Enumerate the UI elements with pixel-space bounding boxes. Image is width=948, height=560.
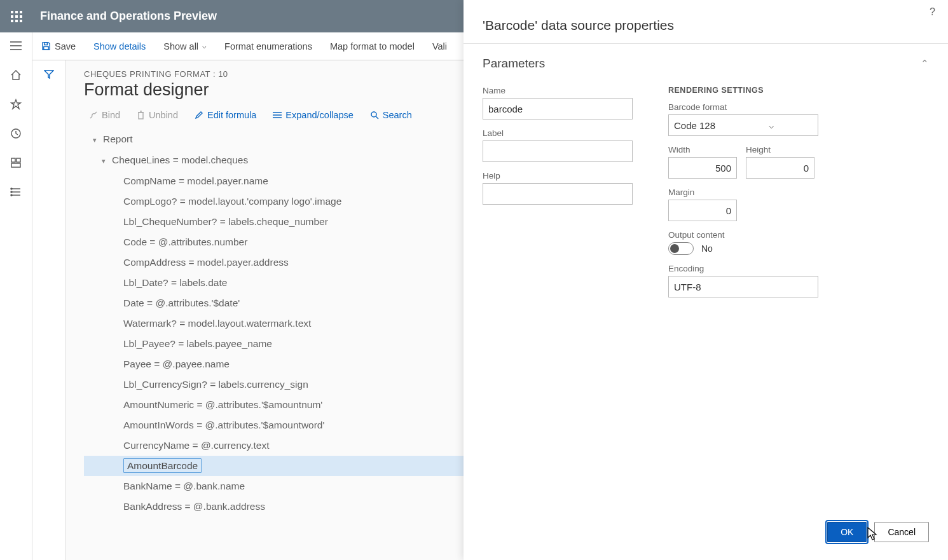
edit-formula-label: Edit formula	[207, 110, 256, 120]
svg-rect-5	[20, 15, 22, 18]
svg-rect-17	[11, 163, 20, 167]
label-label: Label	[483, 128, 633, 138]
name-label: Name	[483, 86, 633, 95]
output-content-toggle[interactable]	[668, 242, 694, 255]
svg-rect-15	[11, 158, 15, 162]
encoding-input[interactable]	[668, 276, 818, 297]
ok-button[interactable]: OK	[827, 522, 867, 542]
svg-rect-0	[11, 11, 13, 13]
label-input[interactable]	[483, 140, 633, 162]
app-launcher-icon[interactable]	[0, 0, 32, 32]
edit-formula-button[interactable]: Edit formula	[195, 110, 256, 120]
workspaces-icon[interactable]	[9, 156, 23, 170]
svg-rect-8	[20, 20, 22, 22]
chevron-down-icon: ⌵	[202, 42, 207, 50]
left-nav-rail	[0, 32, 32, 560]
panel-title: 'Barcode' data source properties	[464, 0, 948, 44]
chevron-up-icon: ⌃	[921, 58, 929, 69]
margin-input[interactable]	[668, 200, 737, 221]
modules-icon[interactable]	[9, 185, 23, 199]
svg-point-32	[371, 112, 376, 117]
save-button[interactable]: Save	[41, 41, 76, 51]
barcode-format-select[interactable]	[668, 114, 818, 136]
expand-collapse-label: Expand/collapse	[285, 110, 353, 120]
parameters-label: Parameters	[483, 57, 545, 71]
svg-point-21	[11, 188, 12, 189]
svg-rect-16	[17, 158, 20, 162]
encoding-label: Encoding	[668, 264, 814, 273]
tree-search-button[interactable]: Search	[370, 110, 412, 120]
svg-point-23	[11, 195, 12, 196]
tree-search-label: Search	[383, 110, 412, 120]
unbind-label: Unbind	[149, 110, 178, 120]
svg-point-22	[11, 191, 12, 193]
cancel-button[interactable]: Cancel	[874, 522, 929, 542]
svg-rect-25	[44, 46, 49, 50]
app-title: Finance and Operations Preview	[40, 10, 217, 23]
map-format-button[interactable]: Map format to model	[330, 41, 415, 51]
favorites-icon[interactable]	[9, 97, 23, 111]
filter-icon[interactable]	[44, 69, 54, 560]
name-input[interactable]	[483, 98, 633, 120]
save-label: Save	[55, 41, 76, 51]
svg-rect-26	[139, 113, 143, 119]
help-icon[interactable]: ?	[930, 6, 935, 18]
output-content-label: Output content	[668, 230, 814, 240]
show-all-button[interactable]: Show all ⌵	[163, 41, 207, 51]
format-enumerations-button[interactable]: Format enumerations	[224, 41, 312, 51]
help-label: Help	[483, 171, 633, 181]
width-input[interactable]	[668, 157, 737, 179]
svg-rect-2	[20, 11, 22, 13]
height-label: Height	[746, 145, 814, 154]
svg-rect-3	[11, 15, 13, 18]
svg-rect-7	[15, 20, 18, 22]
margin-label: Margin	[668, 188, 814, 197]
bind-button[interactable]: Bind	[89, 110, 120, 120]
svg-rect-1	[15, 11, 18, 13]
hamburger-icon[interactable]	[9, 39, 23, 53]
filter-column	[32, 60, 66, 560]
show-details-button[interactable]: Show details	[93, 41, 146, 51]
help-input[interactable]	[483, 183, 633, 205]
svg-line-33	[376, 116, 378, 119]
parameters-section-header[interactable]: Parameters ⌃	[464, 44, 948, 76]
svg-rect-24	[45, 43, 48, 45]
recent-icon[interactable]	[9, 126, 23, 140]
validate-button[interactable]: Vali	[432, 41, 447, 51]
home-icon[interactable]	[9, 68, 23, 82]
rendering-settings-heading: RENDERING SETTINGS	[668, 86, 814, 95]
show-all-label: Show all	[163, 41, 198, 51]
width-label: Width	[668, 145, 737, 154]
svg-rect-6	[11, 20, 13, 22]
properties-panel: ? 'Barcode' data source properties Param…	[464, 0, 948, 560]
barcode-format-label: Barcode format	[668, 102, 814, 112]
output-content-value: No	[701, 243, 713, 254]
expand-collapse-button[interactable]: Expand/collapse	[273, 110, 353, 120]
bind-label: Bind	[102, 110, 120, 120]
height-input[interactable]	[746, 157, 814, 179]
svg-rect-4	[15, 15, 18, 18]
unbind-button[interactable]: Unbind	[137, 110, 178, 120]
